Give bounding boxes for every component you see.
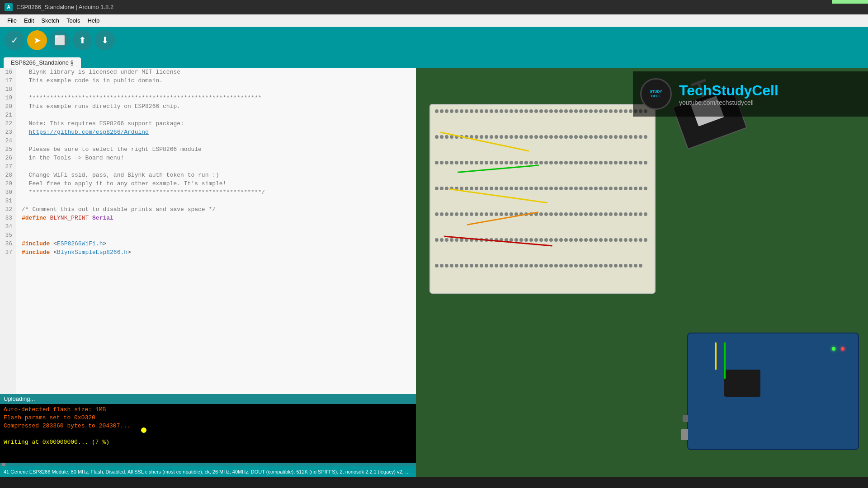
- console-line-1: Auto-detected flash size: 1MB: [4, 406, 412, 414]
- uploading-label: Uploading...: [4, 394, 35, 403]
- console-line-3: Compressed 283360 bytes to 204307...: [4, 422, 412, 430]
- new-button[interactable]: ⬜: [50, 30, 70, 50]
- right-panel: // Generate breadboard holes: [416, 68, 868, 477]
- arduino-board: [687, 333, 859, 450]
- menu-help[interactable]: Help: [84, 16, 103, 25]
- console-line-2: Flash params set to 0x0320: [4, 414, 412, 422]
- brand-url: youtube.com/techstudycell: [679, 99, 778, 106]
- code-text: Blynk library is licensed under MIT lice…: [16, 68, 416, 394]
- menu-file[interactable]: File: [4, 16, 20, 25]
- wire-to-arduino-1: [715, 343, 717, 370]
- menu-edit[interactable]: Edit: [20, 16, 38, 25]
- usb-port: [681, 429, 688, 440]
- power-jack: [683, 415, 688, 422]
- line-numbers: 1617181920 2122232425 2627282930 3132333…: [0, 68, 16, 394]
- console-line-4: [4, 430, 412, 438]
- code-content: 1617181920 2122232425 2627282930 3132333…: [0, 68, 416, 394]
- toolbar: ✓ ➤ ⬜ ⬆ ⬇: [0, 27, 868, 53]
- brand-text-container: TechStudyCell youtube.com/techstudycell: [679, 82, 778, 106]
- save-button[interactable]: ⬇: [95, 30, 115, 50]
- mcu-chip: [724, 370, 760, 397]
- main-area: 1617181920 2122232425 2627282930 3132333…: [0, 68, 868, 477]
- window-title: ESP8266_Standalone | Arduino 1.8.2: [16, 4, 113, 10]
- menu-sketch[interactable]: Sketch: [38, 16, 63, 25]
- left-panel: 1617181920 2122232425 2627282930 3132333…: [0, 68, 416, 477]
- breadboard: // Generate breadboard holes: [429, 104, 656, 294]
- uploading-bar: Uploading...: [0, 394, 416, 404]
- status-bar: 41 Generic ESP8266 Module, 80 MHz, Flash…: [0, 466, 416, 477]
- scrollbar-thumb[interactable]: [2, 463, 5, 466]
- wire-to-arduino-2: [724, 343, 726, 379]
- editor-tab[interactable]: ESP8266_Standalone §: [4, 57, 81, 68]
- title-bar: A ESP8266_Standalone | Arduino 1.8.2: [0, 0, 868, 14]
- mouse-cursor: [140, 427, 147, 434]
- brand-name: TechStudyCell: [679, 82, 778, 99]
- menu-tools[interactable]: Tools: [63, 16, 84, 25]
- code-editor[interactable]: 1617181920 2122232425 2627282930 3132333…: [0, 68, 416, 394]
- tab-bar: ESP8266_Standalone §: [0, 53, 868, 68]
- status-text: 41 Generic ESP8266 Module, 80 MHz, Flash…: [4, 469, 412, 474]
- bottom-section: Uploading... Auto-detected flash size: 1…: [0, 394, 416, 466]
- console-line-5: Writing at 0x00000000... (7 %): [4, 438, 412, 446]
- console-output: Auto-detected flash size: 1MB Flash para…: [0, 404, 416, 463]
- led-green: [832, 347, 835, 351]
- branding-panel: STUDYCELL TechStudyCell youtube.com/tech…: [633, 71, 868, 117]
- brand-logo: STUDYCELL: [640, 78, 672, 110]
- progress-bar: [832, 0, 868, 4]
- verify-button[interactable]: ✓: [5, 30, 24, 50]
- open-button[interactable]: ⬆: [72, 30, 92, 50]
- console-scrollbar[interactable]: [0, 463, 416, 466]
- menu-bar: File Edit Sketch Tools Help: [0, 14, 868, 27]
- upload-button[interactable]: ➤: [27, 30, 47, 50]
- app-icon: A: [5, 3, 13, 11]
- green-mat: // Generate breadboard holes: [416, 68, 868, 477]
- led-red: [841, 347, 844, 351]
